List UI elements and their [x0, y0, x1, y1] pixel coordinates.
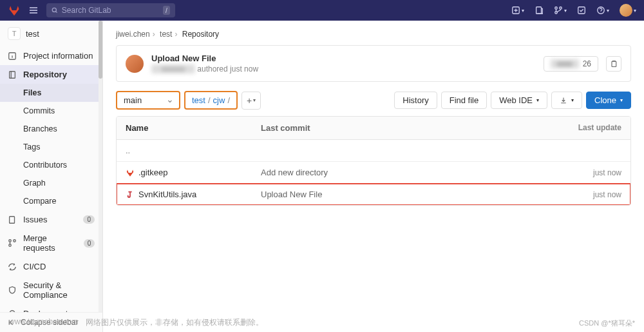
- sidebar-item-label: Security & Compliance: [23, 280, 95, 300]
- breadcrumb-link[interactable]: test: [160, 30, 172, 39]
- svg-point-12: [9, 244, 12, 247]
- breadcrumb-current: Repository: [182, 30, 219, 39]
- up-dir: ..: [126, 146, 261, 155]
- info-icon: [8, 52, 17, 61]
- repo-icon: [8, 70, 17, 79]
- svg-point-3: [555, 7, 558, 10]
- path-breadcrumb[interactable]: test/ cjw/: [184, 91, 238, 110]
- clone-button[interactable]: Clone▾: [586, 92, 631, 109]
- svg-point-13: [14, 240, 16, 242]
- search-box[interactable]: /: [46, 3, 175, 17]
- download-icon: [560, 97, 567, 104]
- content: jiwei.chen› test› Repository Upload New …: [103, 21, 644, 332]
- merge-icon[interactable]: ▾: [554, 6, 567, 15]
- file-commit[interactable]: Add new directory: [261, 168, 544, 177]
- gitlab-logo[interactable]: [8, 4, 21, 17]
- sidebar-sub-files[interactable]: Files: [0, 84, 102, 102]
- svg-rect-17: [612, 61, 616, 66]
- sidebar-item-repository[interactable]: Repository: [0, 65, 102, 84]
- topbar-right: ▾ ▾ ▾ ▾: [511, 4, 636, 17]
- file-update: just now: [544, 168, 621, 177]
- sidebar-sub-contributors[interactable]: Contributors: [0, 156, 102, 174]
- sidebar-item-mr[interactable]: Merge requests0: [0, 229, 102, 257]
- table-row[interactable]: SvnKitUtils.java Upload New File just no…: [117, 184, 630, 205]
- topbar: / ▾ ▾ ▾ ▾: [0, 0, 644, 21]
- header-name[interactable]: Name: [126, 123, 261, 133]
- project-avatar: T: [8, 27, 21, 40]
- badge: 0: [84, 239, 95, 248]
- file-commit[interactable]: Upload New File: [261, 190, 544, 199]
- sidebar-item-label: Merge requests: [23, 233, 77, 253]
- table-row[interactable]: .gitkeep Add new directory just now: [117, 162, 630, 184]
- svg-point-11: [9, 240, 12, 242]
- gitlab-file-icon: [126, 168, 135, 177]
- table-header: Name Last commit Last update: [117, 117, 630, 140]
- header-update[interactable]: Last update: [544, 123, 621, 133]
- sidebar-sub-tags[interactable]: Tags: [0, 138, 102, 156]
- watermark-right: CSDN @*猪耳朵*: [579, 318, 635, 328]
- find-file-button[interactable]: Find file: [441, 92, 488, 109]
- merge-icon: [8, 239, 17, 248]
- sidebar-item-label: Files: [23, 88, 42, 97]
- java-file-icon: [126, 190, 135, 199]
- copy-sha-button[interactable]: [606, 56, 621, 72]
- last-commit-box: Upload New File xxxxxx authored just now…: [116, 45, 631, 82]
- search-icon: [52, 6, 58, 14]
- sidebar-item-label: Compare: [23, 197, 56, 206]
- history-button[interactable]: History: [394, 92, 437, 109]
- issues-icon[interactable]: [535, 6, 544, 15]
- shield-icon: [8, 286, 17, 295]
- file-toolbar: main test/ cjw/ +▾ History Find file Web…: [116, 91, 631, 110]
- sidebar-sub-graph[interactable]: Graph: [0, 174, 102, 192]
- svg-rect-10: [10, 216, 15, 223]
- hamburger-icon[interactable]: [28, 5, 39, 15]
- sidebar-item-label: Graph: [23, 179, 46, 188]
- avatar-icon: [620, 4, 632, 17]
- sidebar-item-security[interactable]: Security & Compliance: [0, 276, 102, 304]
- project-header[interactable]: T test: [0, 21, 102, 46]
- sidebar-item-cicd[interactable]: CI/CD: [0, 257, 102, 276]
- user-menu[interactable]: ▾: [620, 4, 636, 17]
- sidebar-scrollbar[interactable]: [99, 21, 102, 332]
- help-icon[interactable]: ▾: [596, 6, 609, 15]
- header-commit[interactable]: Last commit: [261, 123, 544, 133]
- branch-selector[interactable]: main: [116, 91, 180, 110]
- sidebar-item-project-info[interactable]: Project information: [0, 46, 102, 65]
- svg-point-5: [560, 7, 562, 10]
- file-name: SvnKitUtils.java: [138, 190, 196, 199]
- plus-icon[interactable]: ▾: [511, 6, 524, 15]
- sidebar-item-label: Tags: [23, 142, 40, 151]
- sidebar-item-label: Commits: [23, 106, 55, 115]
- cicd-icon: [8, 262, 17, 271]
- clipboard-icon: [610, 60, 618, 68]
- sidebar-item-label: Repository: [23, 70, 67, 79]
- file-table: Name Last commit Last update .. .gitkeep…: [116, 116, 631, 206]
- commit-meta: xxxxxx authored just now: [151, 64, 536, 73]
- todo-icon[interactable]: [577, 6, 586, 15]
- commit-avatar[interactable]: [126, 55, 144, 73]
- search-input[interactable]: [62, 6, 159, 15]
- commit-sha[interactable]: xxxx26: [544, 56, 598, 72]
- sidebar-sub-compare[interactable]: Compare: [0, 192, 102, 210]
- sidebar: T test Project information Repository Fi…: [0, 21, 103, 332]
- slash-hint: /: [163, 6, 170, 15]
- svg-point-0: [52, 8, 56, 12]
- commit-title[interactable]: Upload New File: [151, 54, 536, 63]
- add-file-button[interactable]: +▾: [242, 92, 261, 110]
- sidebar-item-label: Issues: [23, 215, 48, 224]
- file-name: .gitkeep: [138, 168, 168, 177]
- download-button[interactable]: ▾: [551, 92, 582, 109]
- issues-icon: [8, 215, 17, 224]
- sidebar-sub-branches[interactable]: Branches: [0, 120, 102, 138]
- watermark-left: www.toymoban.com 网络图片仅供展示，非存储，如有侵权请联系删除。: [9, 317, 263, 328]
- sidebar-item-label: Branches: [23, 124, 57, 133]
- sidebar-item-issues[interactable]: Issues0: [0, 210, 102, 229]
- table-row-up[interactable]: ..: [117, 140, 630, 162]
- web-ide-button[interactable]: Web IDE▾: [491, 92, 547, 109]
- file-update: just now: [544, 190, 621, 199]
- sidebar-item-label: Project information: [23, 51, 93, 61]
- svg-rect-9: [10, 71, 15, 78]
- sidebar-sub-commits[interactable]: Commits: [0, 102, 102, 120]
- sidebar-item-label: Contributors: [23, 161, 67, 170]
- breadcrumb-link[interactable]: jiwei.chen: [116, 30, 150, 39]
